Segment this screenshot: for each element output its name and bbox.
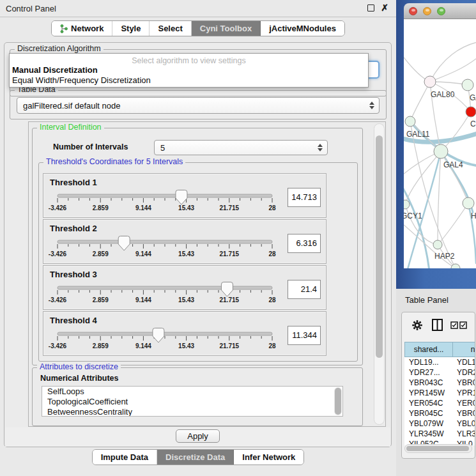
network-canvas[interactable]: GAL80GACGAL11GAL4GCY1HHAP2 bbox=[404, 19, 476, 268]
close-icon[interactable]: ✗ bbox=[381, 3, 388, 13]
threshold-value-field[interactable]: 21.4 bbox=[288, 280, 321, 299]
threshold-slider[interactable]: -3.4262.8599.14415.4321.71528 bbox=[51, 236, 319, 261]
svg-text:2.859: 2.859 bbox=[93, 250, 109, 257]
interval-definition-label: Interval Definition bbox=[37, 123, 104, 132]
settings-scroll-panel: Interval Definition Number of Intervals … bbox=[28, 121, 386, 427]
table-hscrollbar[interactable] bbox=[404, 444, 472, 453]
network-edge[interactable] bbox=[407, 151, 441, 268]
table-cell: YDR27... bbox=[404, 367, 453, 378]
settings-scrollbar-thumb[interactable] bbox=[376, 135, 383, 358]
network-node-c[interactable] bbox=[466, 107, 476, 117]
table-cell: YBR045C bbox=[404, 408, 453, 418]
network-view-window: GAL80GACGAL11GAL4GCY1HHAP2 bbox=[396, 0, 476, 289]
numerical-attributes-list[interactable]: SelfLoopsTopologicalCoefficientBetweenne… bbox=[42, 386, 343, 417]
attribute-item-topologicalcoefficient[interactable]: TopologicalCoefficient bbox=[42, 397, 342, 407]
tab-label: Style bbox=[121, 21, 141, 36]
table-row[interactable]: YBL079WYBL0 bbox=[404, 418, 475, 429]
tab-select[interactable]: Select bbox=[150, 21, 191, 36]
zoom-traffic-light-icon[interactable] bbox=[437, 7, 445, 15]
apply-button[interactable]: Apply bbox=[176, 429, 220, 443]
network-window-titlebar[interactable] bbox=[404, 3, 476, 19]
table-cell: YPR145W bbox=[404, 388, 453, 398]
dropdown-placeholder: Select algorithm to view settings bbox=[10, 54, 368, 65]
select-columns-icon[interactable] bbox=[450, 321, 467, 329]
float-window-icon[interactable] bbox=[367, 4, 374, 12]
table-cell: YBL0 bbox=[453, 418, 475, 429]
network-node-ga[interactable] bbox=[462, 79, 473, 91]
network-node-h[interactable] bbox=[463, 197, 474, 209]
network-edge[interactable] bbox=[438, 151, 441, 245]
network-edge[interactable] bbox=[430, 42, 476, 82]
slider-handle[interactable] bbox=[118, 236, 130, 251]
network-edge[interactable] bbox=[405, 151, 441, 204]
table-cell: YBR0 bbox=[453, 378, 475, 388]
settings-scrollbar[interactable] bbox=[374, 123, 385, 425]
table-cell: YER0 bbox=[453, 398, 475, 408]
threshold-panel-3: Threshold 3-3.4262.8599.14415.4321.71528… bbox=[43, 265, 326, 310]
number-of-intervals-combobox[interactable]: 5 bbox=[154, 140, 328, 155]
attribute-item-selfloops[interactable]: SelfLoops bbox=[42, 387, 342, 397]
table-row[interactable]: YPR145WYPR1 bbox=[404, 388, 475, 398]
threshold-panel-1: Threshold 1-3.4262.8599.14415.4321.71528… bbox=[43, 173, 326, 218]
threshold-slider[interactable]: -3.4262.8599.14415.4321.71528 bbox=[51, 282, 319, 307]
threshold-slider[interactable]: -3.4262.8599.14415.4321.71528 bbox=[51, 328, 319, 353]
attributes-scrollbar[interactable] bbox=[334, 387, 342, 415]
network-node-gal4[interactable] bbox=[434, 144, 448, 158]
network-edge[interactable] bbox=[404, 184, 429, 268]
network-node-gal80[interactable] bbox=[424, 76, 436, 88]
table-row[interactable]: YDR27...YDR2 bbox=[404, 367, 475, 378]
table-cell: YBL079W bbox=[404, 418, 453, 429]
gear-icon[interactable] bbox=[411, 319, 423, 331]
threshold-value-field[interactable]: 14.713 bbox=[288, 188, 321, 207]
node-label: GAL4 bbox=[443, 160, 463, 169]
tab-label: Infer Network bbox=[242, 450, 295, 464]
svg-text:21.715: 21.715 bbox=[220, 250, 240, 257]
tab-label: Network bbox=[71, 21, 104, 36]
svg-text:28: 28 bbox=[268, 250, 276, 257]
svg-text:9.144: 9.144 bbox=[135, 204, 151, 211]
node-label: GA bbox=[470, 93, 476, 102]
table-row[interactable]: YLR345WYLR3 bbox=[404, 429, 475, 439]
attributes-scrollbar-thumb[interactable] bbox=[335, 388, 341, 415]
dropdown-option-equal-width-frequency-discretization[interactable]: Equal Width/Frequency Discretization bbox=[10, 75, 368, 86]
slider-handle[interactable] bbox=[221, 282, 233, 297]
tab-impute-data[interactable]: Impute Data bbox=[93, 450, 157, 464]
table-row[interactable]: YER054CYER0 bbox=[404, 398, 475, 408]
threshold-slider[interactable]: -3.4262.8599.14415.4321.71528 bbox=[51, 190, 319, 215]
node-label: GAL80 bbox=[431, 90, 455, 99]
table-data-combobox[interactable]: galFiltered.sif default node bbox=[17, 97, 380, 114]
table-row[interactable]: YBR043CYBR0 bbox=[404, 378, 475, 388]
network-edge[interactable] bbox=[404, 225, 456, 268]
split-columns-icon[interactable] bbox=[432, 319, 443, 331]
slider-handle[interactable] bbox=[153, 328, 164, 343]
slider-handle[interactable] bbox=[176, 190, 187, 205]
table-column-header[interactable]: na bbox=[453, 342, 475, 357]
table-row[interactable]: YBR045CYBR0 bbox=[404, 408, 475, 418]
network-graph[interactable]: GAL80GACGAL11GAL4GCY1HHAP2 bbox=[404, 19, 476, 268]
network-node-gal11[interactable] bbox=[405, 116, 415, 127]
network-node-hap2[interactable] bbox=[433, 240, 442, 249]
table-row[interactable]: YDL19...YDL1 bbox=[404, 357, 475, 367]
threshold-value-field[interactable]: 6.316 bbox=[288, 234, 321, 253]
tab-discretize-data[interactable]: Discretize Data bbox=[157, 450, 234, 464]
table-column-header[interactable]: shared... bbox=[404, 342, 453, 357]
network-edge[interactable] bbox=[441, 112, 471, 151]
network-node-gcy1[interactable] bbox=[404, 200, 410, 209]
number-of-intervals-label: Number of Intervals bbox=[53, 142, 128, 151]
tab-cyni-toolbox[interactable]: Cyni Toolbox bbox=[192, 21, 261, 36]
bottom-tab-row: Impute DataDiscretize DataInfer Network bbox=[0, 449, 396, 465]
minimize-traffic-light-icon[interactable] bbox=[423, 7, 431, 15]
close-traffic-light-icon[interactable] bbox=[409, 7, 417, 15]
threshold-value-field[interactable]: 11.344 bbox=[288, 326, 321, 345]
table-hscrollbar-thumb[interactable] bbox=[406, 446, 469, 451]
apply-row: Apply bbox=[5, 427, 390, 447]
dropdown-option-manual-discretization[interactable]: Manual Discretization bbox=[10, 65, 368, 75]
combobox-arrows-icon bbox=[369, 102, 374, 109]
tab-network[interactable]: Network bbox=[52, 21, 112, 36]
tab-jactivemnodules[interactable]: jActiveMNodules bbox=[261, 21, 344, 36]
attribute-item-betweennesscentrality[interactable]: BetweennessCentrality bbox=[42, 407, 342, 417]
tab-style[interactable]: Style bbox=[112, 21, 150, 36]
network-edge[interactable] bbox=[410, 82, 430, 121]
tab-infer-network[interactable]: Infer Network bbox=[234, 450, 303, 464]
svg-text:9.144: 9.144 bbox=[135, 296, 151, 303]
